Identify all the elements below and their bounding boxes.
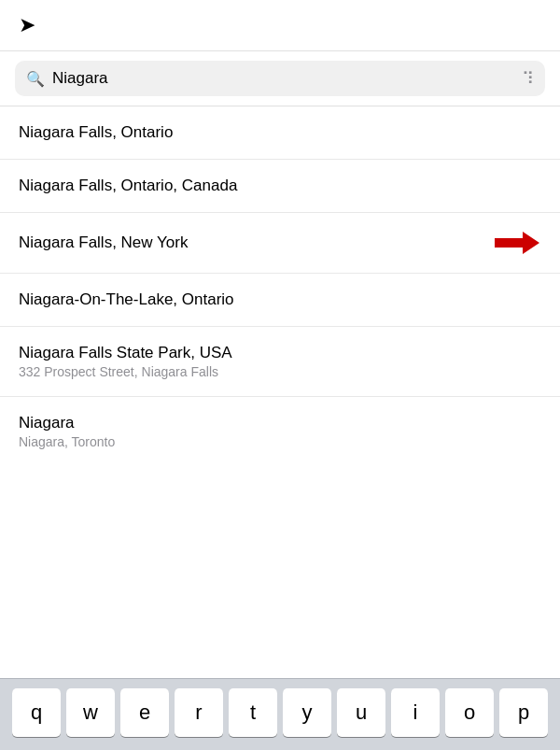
key-u[interactable]: u: [337, 688, 385, 737]
result-primary-text: Niagara Falls State Park, USA: [19, 344, 541, 362]
list-item[interactable]: Niagara Falls, Ontario: [0, 106, 560, 160]
result-text-block: Niagara-On-The-Lake, Ontario: [19, 290, 541, 309]
key-w[interactable]: w: [66, 688, 115, 737]
key-p[interactable]: p: [499, 688, 548, 737]
list-item[interactable]: NiagaraNiagara, Toronto: [0, 397, 560, 466]
result-text-block: NiagaraNiagara, Toronto: [19, 414, 541, 449]
result-primary-text: Niagara Falls, Ontario: [19, 123, 541, 142]
list-item[interactable]: Niagara Falls State Park, USA332 Prospec…: [0, 327, 560, 397]
red-arrow-icon: [493, 230, 541, 256]
key-q[interactable]: q: [12, 688, 61, 737]
search-icon: 🔍: [26, 70, 45, 88]
list-item[interactable]: Niagara Falls, New York: [0, 213, 560, 274]
search-container: 🔍 ⠹: [0, 51, 560, 106]
key-r[interactable]: r: [175, 688, 223, 737]
result-text-block: Niagara Falls, Ontario: [19, 123, 541, 142]
result-primary-text: Niagara: [19, 414, 541, 432]
location-arrow-icon: ➤: [19, 13, 52, 37]
clear-search-icon[interactable]: ⠹: [522, 68, 534, 89]
key-y[interactable]: y: [283, 688, 331, 737]
key-t[interactable]: t: [229, 688, 277, 737]
svg-marker-0: [495, 232, 539, 254]
key-i[interactable]: i: [391, 688, 440, 737]
search-input[interactable]: [52, 69, 514, 88]
result-primary-text: Niagara Falls, Ontario, Canada: [19, 177, 541, 195]
key-o[interactable]: o: [445, 688, 494, 737]
list-item[interactable]: Niagara Falls, Ontario, Canada: [0, 160, 560, 213]
keyboard-row-1: qwertyuiop: [4, 688, 556, 737]
keyboard: qwertyuiop: [0, 678, 560, 750]
result-primary-text: Niagara-On-The-Lake, Ontario: [19, 290, 541, 309]
results-list: Niagara Falls, OntarioNiagara Falls, Ont…: [0, 106, 560, 678]
search-bar: 🔍 ⠹: [15, 61, 545, 96]
list-item[interactable]: Niagara-On-The-Lake, Ontario: [0, 274, 560, 327]
key-e[interactable]: e: [120, 688, 169, 737]
result-secondary-text: Niagara, Toronto: [19, 434, 541, 449]
result-text-block: Niagara Falls, New York: [19, 233, 482, 252]
result-secondary-text: 332 Prospect Street, Niagara Falls: [19, 364, 541, 379]
result-text-block: Niagara Falls, Ontario, Canada: [19, 177, 541, 195]
result-text-block: Niagara Falls State Park, USA332 Prospec…: [19, 344, 541, 379]
header: ➤: [0, 0, 560, 51]
result-primary-text: Niagara Falls, New York: [19, 233, 482, 252]
